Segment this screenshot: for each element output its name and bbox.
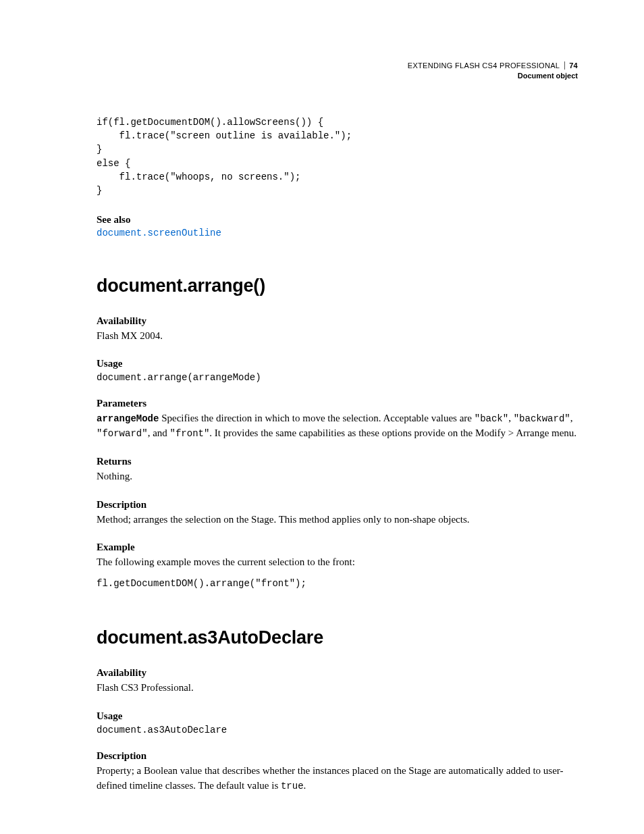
usage-code: document.arrange(arrangeMode) — [97, 372, 578, 383]
desc2-text-b: . — [304, 780, 306, 791]
section-heading-as3autodeclare: document.as3AutoDeclare — [97, 627, 578, 648]
description-text: Method; arranges the selection on the St… — [97, 513, 578, 527]
param-text-a: Specifies the direction in which to move… — [159, 413, 474, 423]
param-sep1: , — [508, 413, 514, 423]
section-heading-arrange: document.arrange() — [97, 276, 578, 296]
availability-heading-2: Availability — [97, 667, 578, 679]
usage-heading-2: Usage — [97, 710, 578, 722]
example-text: The following example moves the current … — [97, 555, 578, 570]
param-sep3: , and — [148, 427, 170, 438]
page-number: 74 — [564, 61, 578, 70]
see-also-links: document.screenOutline — [97, 227, 578, 238]
availability-text: Flash MX 2004. — [97, 329, 578, 344]
parameters-heading: Parameters — [97, 398, 578, 409]
header-title-line: EXTENDING FLASH CS4 PROFESSIONAL 74 — [97, 61, 578, 71]
param-val-backward: "backward" — [514, 413, 570, 424]
code-block-allowscreens: if(fl.getDocumentDOM().allowScreens()) {… — [97, 115, 578, 198]
page-content: EXTENDING FLASH CS4 PROFESSIONAL 74 Docu… — [0, 0, 644, 834]
param-sep2: , — [570, 413, 573, 423]
see-also-heading: See also — [97, 214, 578, 226]
example-code: fl.getDocumentDOM().arrange("front"); — [97, 577, 578, 590]
availability-heading: Availability — [97, 315, 578, 327]
returns-text: Nothing. — [97, 469, 578, 484]
desc2-default-val: true — [281, 781, 304, 791]
description-heading-2: Description — [97, 750, 578, 762]
param-name-arrangemode: arrangeMode — [97, 413, 159, 424]
parameters-text: arrangeMode Specifies the direction in w… — [97, 411, 578, 441]
description-text-2: Property; a Boolean value that describes… — [97, 764, 578, 793]
example-heading: Example — [97, 542, 578, 553]
param-val-back: "back" — [475, 413, 508, 424]
page-header: EXTENDING FLASH CS4 PROFESSIONAL 74 Docu… — [97, 61, 578, 82]
returns-heading: Returns — [97, 456, 578, 467]
header-doc-title: EXTENDING FLASH CS4 PROFESSIONAL — [408, 61, 560, 70]
link-screenoutline[interactable]: document.screenOutline — [97, 228, 221, 238]
availability-text-2: Flash CS3 Professional. — [97, 681, 578, 696]
description-heading: Description — [97, 499, 578, 511]
param-val-forward: "forward" — [97, 428, 148, 439]
desc2-text-a: Property; a Boolean value that describes… — [97, 765, 564, 791]
usage-heading: Usage — [97, 358, 578, 369]
param-val-front: "front" — [170, 428, 210, 439]
param-text-b: . It provides the same capabilities as t… — [209, 427, 576, 438]
header-subtitle: Document object — [97, 71, 578, 81]
usage-code-2: document.as3AutoDeclare — [97, 725, 578, 735]
